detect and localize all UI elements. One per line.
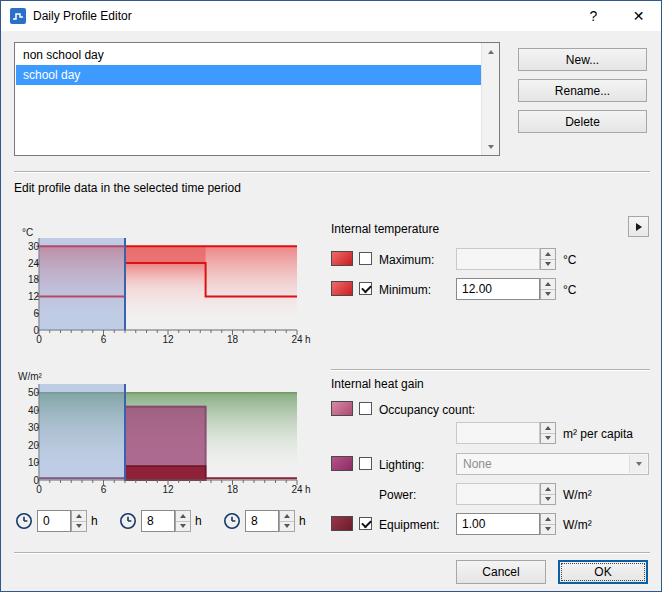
svg-text:0: 0: [36, 484, 42, 495]
equipment-bar: [125, 466, 206, 480]
svg-text:18: 18: [227, 484, 239, 495]
svg-text:12: 12: [162, 484, 174, 495]
svg-text:20: 20: [28, 440, 40, 451]
equipment-label: Equipment:: [379, 518, 440, 532]
period-time-1-spinner[interactable]: [71, 510, 87, 532]
equipment-checkbox[interactable]: [359, 517, 372, 530]
period-time-1-input[interactable]: [37, 510, 71, 532]
svg-text:12: 12: [28, 291, 40, 302]
minimum-checkbox[interactable]: [359, 282, 372, 295]
heat-gain-chart[interactable]: W/m² 50 40 30 20 10 0 0 6 12 18 24 h: [14, 358, 318, 511]
period-time-3-spinner[interactable]: [279, 510, 295, 532]
equipment-color-swatch[interactable]: [331, 516, 353, 531]
equipment-value-input[interactable]: [456, 513, 540, 535]
list-item-school-day[interactable]: school day: [16, 65, 481, 85]
heat-gain-section-title: Internal heat gain: [331, 377, 424, 391]
maximum-spinner: [540, 248, 556, 270]
section-label: Edit profile data in the selected time p…: [14, 181, 241, 195]
svg-text:18: 18: [227, 334, 239, 345]
lighting-color-swatch[interactable]: [331, 456, 353, 471]
window-title: Daily Profile Editor: [33, 9, 132, 23]
selected-period-overlay[interactable]: [39, 238, 125, 330]
occupancy-checkbox[interactable]: [359, 402, 372, 415]
x-axis-unit: h: [305, 484, 311, 495]
minimum-color-swatch[interactable]: [331, 281, 353, 296]
separator-bottom: [14, 552, 650, 553]
svg-text:12: 12: [162, 334, 174, 345]
minimum-label: Minimum:: [379, 283, 431, 297]
svg-text:6: 6: [101, 484, 107, 495]
help-icon: ?: [590, 8, 598, 24]
period-time-2-input[interactable]: [141, 510, 175, 532]
close-icon: ✕: [633, 8, 645, 24]
close-button[interactable]: ✕: [616, 1, 661, 31]
power-value-input: [456, 483, 540, 505]
temperature-section-title: Internal temperature: [331, 222, 439, 236]
occupancy-unit: m² per capita: [563, 427, 633, 441]
rename-button[interactable]: Rename...: [518, 79, 647, 102]
svg-text:40: 40: [28, 405, 40, 416]
help-button[interactable]: ?: [571, 1, 616, 31]
temperature-band-fade: [125, 263, 206, 297]
temperature-chart[interactable]: °C 30 24 18 12 6 0 0 6 12 18 24 h: [14, 212, 318, 361]
y-axis-unit: °C: [22, 227, 33, 238]
svg-text:50: 50: [28, 387, 40, 398]
maximum-label: Maximum:: [379, 253, 434, 267]
svg-text:30: 30: [28, 241, 40, 252]
maximum-checkbox[interactable]: [359, 252, 372, 265]
y-axis-unit: W/m²: [18, 371, 43, 382]
occupancy-label: Occupancy count:: [379, 403, 475, 417]
svg-text:30: 30: [28, 422, 40, 433]
list-scrollbar[interactable]: [481, 43, 499, 155]
clock-icon: [223, 512, 241, 533]
clock-icon: [119, 512, 137, 533]
list-item-non-school-day[interactable]: non school day: [16, 45, 481, 65]
separator-heat-gain: [331, 369, 650, 370]
scroll-down-icon[interactable]: [482, 138, 499, 155]
lighting-label: Lighting:: [379, 458, 424, 472]
svg-text:10: 10: [28, 457, 40, 468]
selected-period-overlay[interactable]: [39, 384, 125, 480]
svg-text:24: 24: [291, 334, 303, 345]
minimum-unit: °C: [563, 283, 576, 297]
period-time-1-unit: h: [91, 514, 98, 528]
equipment-unit: W/m²: [563, 518, 592, 532]
period-time-2-unit: h: [195, 514, 202, 528]
svg-text:6: 6: [101, 334, 107, 345]
temperature-flyout-button[interactable]: [628, 216, 649, 237]
period-time-3-input[interactable]: [245, 510, 279, 532]
svg-text:24: 24: [291, 484, 303, 495]
scroll-up-icon[interactable]: [482, 43, 499, 60]
equipment-spinner[interactable]: [540, 513, 556, 535]
power-label: Power:: [379, 488, 416, 502]
maximum-unit: °C: [563, 253, 576, 267]
power-spinner: [540, 483, 556, 505]
minimum-spinner[interactable]: [540, 278, 556, 300]
delete-button[interactable]: Delete: [518, 110, 647, 133]
maximum-color-swatch[interactable]: [331, 251, 353, 266]
titlebar: Daily Profile Editor ? ✕: [1, 1, 661, 31]
svg-text:24: 24: [28, 258, 40, 269]
svg-text:18: 18: [28, 274, 40, 285]
maximum-value-input: [456, 248, 540, 270]
clock-icon: [15, 512, 33, 533]
ok-button[interactable]: OK: [558, 560, 648, 584]
period-time-2-spinner[interactable]: [175, 510, 191, 532]
lighting-dropdown-value: None: [463, 457, 492, 471]
occupancy-color-swatch[interactable]: [331, 401, 353, 416]
period-time-3-unit: h: [299, 514, 306, 528]
daily-profile-editor-dialog: Daily Profile Editor ? ✕ non school day …: [0, 0, 662, 592]
cancel-button[interactable]: Cancel: [456, 560, 546, 584]
chevron-down-icon: [629, 455, 647, 473]
dialog-body: non school day school day New... Rename.…: [1, 31, 661, 591]
svg-text:6: 6: [33, 308, 39, 319]
power-unit: W/m²: [563, 488, 592, 502]
minimum-value-input[interactable]: [456, 278, 540, 300]
occupancy-spinner: [540, 422, 556, 444]
new-button[interactable]: New...: [518, 48, 647, 71]
lighting-checkbox[interactable]: [359, 457, 372, 470]
separator-top: [14, 171, 650, 172]
app-icon: [10, 8, 26, 24]
temperature-band: [125, 246, 206, 263]
x-axis-unit: h: [305, 334, 311, 345]
